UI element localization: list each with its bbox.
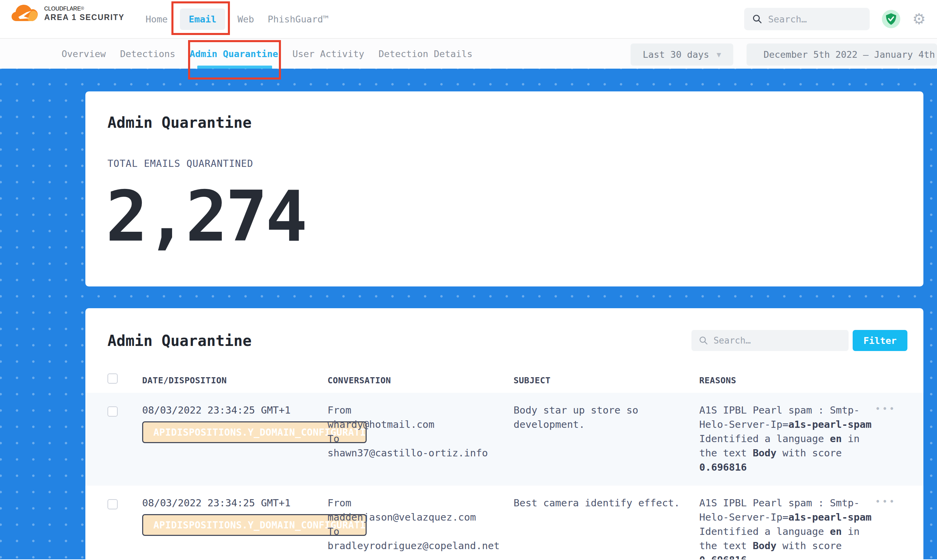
tab-admin-quarantine[interactable]: Admin Quarantine — [190, 49, 278, 59]
nav-item-phishguard[interactable]: PhishGuard™ — [266, 14, 330, 25]
table-row[interactable]: 08/03/2022 23:34:25 GMT+1 From maddenjas… — [85, 486, 923, 559]
search-icon — [699, 335, 708, 346]
brand-trademark: ® — [81, 6, 84, 11]
table-card-title: Admin Quarantine — [108, 332, 252, 349]
from-address: whardy@hotmail.com — [327, 417, 514, 432]
summary-card-title: Admin Quarantine — [108, 114, 252, 131]
to-label: To — [327, 524, 514, 538]
from-address: maddenjason@velazquez.com — [327, 510, 514, 524]
nav-item-home[interactable]: Home — [144, 14, 169, 25]
date-range-value: December 5th 2022 — January 4th 2023 — [764, 49, 937, 60]
nav-item-email[interactable]: Email — [180, 9, 225, 30]
metric-label: TOTAL EMAILS QUARANTINED — [108, 158, 253, 169]
page-content: Admin Quarantine TOTAL EMAILS QUARANTINE… — [0, 69, 937, 559]
select-all-checkbox[interactable] — [108, 374, 118, 384]
tab-user-activity[interactable]: User Activity — [292, 49, 364, 59]
security-status-icon[interactable] — [882, 10, 900, 28]
from-label: From — [327, 403, 514, 417]
row-conversation: From whardy@hotmail.com To shawn37@casti… — [327, 393, 514, 486]
summary-card: Admin Quarantine TOTAL EMAILS QUARANTINE… — [85, 91, 923, 286]
column-header-reasons: REASONS — [699, 368, 890, 385]
brand-name: CLOUDFLARE® — [44, 6, 125, 12]
global-search[interactable] — [744, 8, 870, 30]
main-nav: Home Email Web PhishGuard™ — [144, 0, 330, 38]
row-date: 08/03/2022 23:34:25 GMT+1 — [142, 403, 327, 417]
table-row[interactable]: 08/03/2022 23:34:25 GMT+1 From whardy@ho… — [85, 393, 923, 486]
date-range-preset-dropdown[interactable]: Last 30 days ▼ — [631, 43, 733, 66]
table-body: 08/03/2022 23:34:25 GMT+1 From whardy@ho… — [85, 393, 923, 559]
table-search-input[interactable] — [713, 335, 841, 346]
chevron-down-icon: ▼ — [716, 51, 721, 58]
tab-detections[interactable]: Detections — [120, 49, 176, 59]
filter-button[interactable]: Filter — [853, 330, 908, 351]
row-checkbox[interactable] — [108, 499, 118, 509]
to-label: To — [327, 432, 514, 446]
table-search[interactable] — [692, 330, 849, 351]
to-address: bradleyrodriguez@copeland.net — [327, 538, 514, 553]
global-search-input[interactable] — [768, 14, 861, 25]
cloudflare-logo[interactable]: CLOUDFLARE® AREA 1 SECURITY — [12, 3, 125, 25]
row-actions-button[interactable]: ••• — [875, 497, 896, 507]
metric-value: 2,274 — [106, 182, 306, 251]
to-address: shawn37@castillo-ortiz.info — [327, 446, 514, 460]
column-header-date: DATE/DISPOSITION — [142, 368, 327, 385]
email-tab-bar: Overview Detections Admin Quarantine Use… — [0, 39, 937, 69]
date-range-picker[interactable]: December 5th 2022 — January 4th 2023 — [747, 43, 937, 66]
from-label: From — [327, 496, 514, 510]
top-header: CLOUDFLARE® AREA 1 SECURITY Home Email W… — [0, 0, 937, 39]
tab-detection-details[interactable]: Detection Details — [378, 49, 472, 59]
row-subject: Best camera identify effect. — [514, 496, 684, 510]
column-header-subject: SUBJECT — [514, 368, 699, 385]
brand-subtitle: AREA 1 SECURITY — [44, 13, 125, 22]
tab-overview[interactable]: Overview — [62, 49, 106, 59]
settings-gear-icon[interactable]: ⚙ — [912, 12, 926, 26]
table-header: DATE/DISPOSITION CONVERSATION SUBJECT RE… — [85, 368, 923, 393]
row-actions-button[interactable]: ••• — [875, 404, 896, 414]
shield-check-icon — [886, 13, 896, 25]
column-header-conversation: CONVERSATION — [327, 368, 514, 385]
row-checkbox[interactable] — [108, 406, 118, 417]
quarantine-table-card: Admin Quarantine Filter DATE/DISPOSITION… — [85, 308, 923, 559]
row-subject: Body star up store so development. — [514, 403, 684, 432]
reasons-text: A1S IPBL Pearl spam : Smtp-Helo-Server-I… — [699, 496, 874, 559]
date-range-preset-label: Last 30 days — [643, 49, 709, 60]
search-icon — [752, 13, 762, 25]
row-conversation: From maddenjason@velazquez.com To bradle… — [327, 486, 514, 559]
reasons-text: A1S IPBL Pearl spam : Smtp-Helo-Server-I… — [699, 403, 874, 474]
row-date: 08/03/2022 23:34:25 GMT+1 — [142, 496, 327, 510]
cloudflare-cloud-icon — [12, 3, 38, 25]
nav-item-web[interactable]: Web — [236, 14, 255, 25]
